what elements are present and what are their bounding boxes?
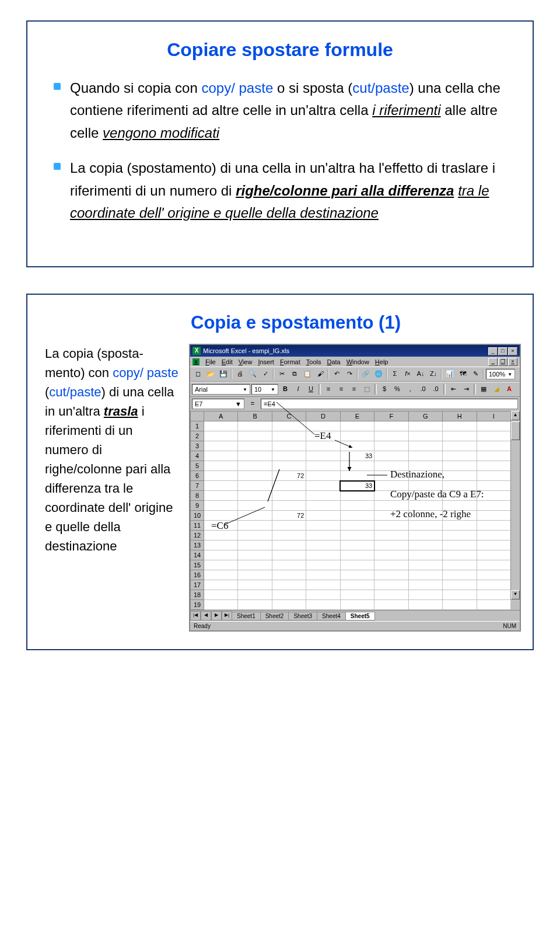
- font-select[interactable]: Arial▼: [192, 384, 250, 395]
- row-2[interactable]: 2: [191, 431, 204, 441]
- inc-decimal-icon[interactable]: .0: [417, 383, 429, 395]
- map-icon[interactable]: 🗺: [457, 368, 468, 380]
- comma-icon[interactable]: ,: [404, 383, 416, 395]
- drawing-icon[interactable]: ✎: [470, 368, 481, 380]
- row-11[interactable]: 11: [191, 521, 204, 531]
- cut-icon[interactable]: ✂: [276, 368, 288, 380]
- formatting-toolbar[interactable]: Arial▼ 10▼ B I U ≡ ≡ ≡ ⬚ $ % , .0 .0 ⇤ ⇥…: [190, 382, 520, 397]
- row-6[interactable]: 6: [191, 471, 204, 481]
- fx-icon[interactable]: f×: [402, 368, 414, 380]
- menu-view[interactable]: View: [239, 358, 253, 365]
- paste-icon[interactable]: 📋: [302, 368, 313, 380]
- row-17[interactable]: 17: [191, 580, 204, 590]
- align-left-icon[interactable]: ≡: [323, 383, 334, 395]
- doc-minimize[interactable]: _: [488, 358, 498, 366]
- menu-format[interactable]: Format: [280, 358, 300, 365]
- format-painter-icon[interactable]: 🖌: [314, 368, 326, 380]
- col-e[interactable]: E: [340, 412, 374, 421]
- name-box[interactable]: E7▼: [192, 399, 244, 409]
- fillcolor-icon[interactable]: ◢: [491, 383, 502, 395]
- col-g[interactable]: G: [408, 412, 442, 421]
- minimize-button[interactable]: _: [488, 347, 498, 355]
- currency-icon[interactable]: $: [379, 383, 390, 395]
- select-all[interactable]: [191, 412, 204, 421]
- undo-icon[interactable]: ↶: [331, 368, 342, 380]
- row-19[interactable]: 19: [191, 600, 204, 610]
- vertical-scrollbar[interactable]: ▲▼: [510, 411, 520, 599]
- col-d[interactable]: D: [306, 412, 340, 421]
- menu-tools[interactable]: Tools: [306, 358, 321, 365]
- row-15[interactable]: 15: [191, 560, 204, 570]
- autosum-icon[interactable]: Σ: [389, 368, 401, 380]
- fontsize-select[interactable]: 10▼: [251, 384, 278, 395]
- help-icon[interactable]: ?: [516, 368, 520, 380]
- tab-sheet3[interactable]: Sheet3: [288, 612, 317, 620]
- col-i[interactable]: I: [477, 412, 511, 421]
- new-icon[interactable]: ◻: [192, 368, 204, 380]
- row-4[interactable]: 4: [191, 451, 204, 461]
- cell-c10[interactable]: 72: [272, 511, 306, 521]
- menu-file[interactable]: File: [205, 358, 216, 365]
- tab-next-icon[interactable]: ▶: [211, 611, 222, 620]
- dec-indent-icon[interactable]: ⇤: [447, 383, 459, 395]
- title-bar[interactable]: XMicrosoft Excel - esmpi_IG.xls _□×: [190, 345, 520, 357]
- col-f[interactable]: F: [374, 412, 408, 421]
- dec-decimal-icon[interactable]: .0: [430, 383, 442, 395]
- col-b[interactable]: B: [238, 412, 272, 421]
- copy-icon[interactable]: ⧉: [289, 368, 300, 380]
- menu-data[interactable]: Data: [327, 358, 340, 365]
- row-1[interactable]: 1: [191, 421, 204, 431]
- row-8[interactable]: 8: [191, 491, 204, 501]
- borders-icon[interactable]: ▦: [478, 383, 489, 395]
- tab-last-icon[interactable]: ▶|: [222, 611, 232, 620]
- web-icon[interactable]: 🌐: [373, 368, 384, 380]
- row-7[interactable]: 7: [191, 481, 204, 491]
- window-controls[interactable]: _□×: [488, 347, 517, 355]
- tab-sheet4[interactable]: Sheet4: [317, 612, 346, 620]
- align-right-icon[interactable]: ≡: [348, 383, 360, 395]
- sort-desc-icon[interactable]: Z↓: [428, 368, 439, 380]
- row-3[interactable]: 3: [191, 441, 204, 451]
- preview-icon[interactable]: 🔍: [247, 368, 258, 380]
- standard-toolbar[interactable]: ◻ 📂 💾 🖨 🔍 ✓ ✂ ⧉ 📋 🖌 ↶ ↷ 🔗 🌐 Σ f× A↓ Z↓ 📊…: [190, 367, 520, 382]
- chart-icon[interactable]: 📊: [444, 368, 456, 380]
- menu-window[interactable]: Window: [346, 358, 369, 365]
- row-16[interactable]: 16: [191, 570, 204, 580]
- row-5[interactable]: 5: [191, 461, 204, 471]
- row-13[interactable]: 13: [191, 541, 204, 550]
- doc-restore[interactable]: ❐: [498, 358, 508, 366]
- print-icon[interactable]: 🖨: [234, 368, 246, 380]
- menu-bar[interactable]: X File Edit View Insert Format Tools Dat…: [190, 357, 520, 367]
- tab-sheet1[interactable]: Sheet1: [232, 612, 261, 620]
- row-18[interactable]: 18: [191, 590, 204, 600]
- row-9[interactable]: 9: [191, 501, 204, 511]
- percent-icon[interactable]: %: [391, 383, 403, 395]
- col-a[interactable]: A: [204, 412, 238, 421]
- italic-icon[interactable]: I: [292, 383, 304, 395]
- row-14[interactable]: 14: [191, 550, 204, 560]
- formula-input[interactable]: =E4: [261, 399, 518, 409]
- redo-icon[interactable]: ↷: [344, 368, 355, 380]
- row-10[interactable]: 10: [191, 511, 204, 521]
- row-12[interactable]: 12: [191, 531, 204, 541]
- menu-edit[interactable]: Edit: [222, 358, 233, 365]
- col-c[interactable]: C: [272, 412, 306, 421]
- save-icon[interactable]: 💾: [218, 368, 229, 380]
- merge-icon[interactable]: ⬚: [361, 383, 373, 395]
- cell-c6[interactable]: 72: [272, 471, 306, 481]
- tab-sheet2[interactable]: Sheet2: [260, 612, 289, 620]
- fontcolor-icon[interactable]: A: [503, 383, 515, 395]
- underline-icon[interactable]: U: [305, 383, 317, 395]
- tab-sheet5[interactable]: Sheet5: [345, 612, 375, 620]
- zoom-select[interactable]: 100%▼: [486, 369, 515, 379]
- cell-e4[interactable]: 33: [340, 451, 374, 461]
- inc-indent-icon[interactable]: ⇥: [460, 383, 472, 395]
- tab-prev-icon[interactable]: ◀: [201, 611, 211, 620]
- equals-button[interactable]: =: [246, 398, 260, 410]
- cell-e7[interactable]: 33: [340, 481, 374, 491]
- tab-first-icon[interactable]: |◀: [190, 611, 201, 620]
- sort-asc-icon[interactable]: A↓: [415, 368, 426, 380]
- link-icon[interactable]: 🔗: [360, 368, 372, 380]
- open-icon[interactable]: 📂: [205, 368, 216, 380]
- bold-icon[interactable]: B: [279, 383, 291, 395]
